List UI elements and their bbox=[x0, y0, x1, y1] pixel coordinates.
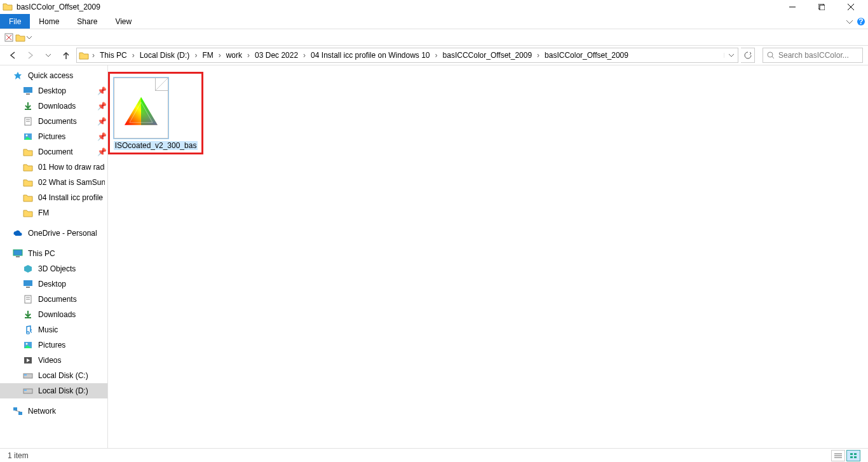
chevron-right-icon[interactable]: › bbox=[217, 51, 222, 60]
pc-icon bbox=[13, 248, 23, 259]
svg-point-9 bbox=[768, 52, 773, 57]
address-folder-icon bbox=[77, 50, 91, 60]
tab-file[interactable]: File bbox=[0, 14, 30, 29]
breadcrumb-item[interactable]: 04 Install icc profile on Windows 10 bbox=[307, 51, 433, 60]
breadcrumb-item[interactable]: Local Disk (D:) bbox=[136, 51, 194, 60]
svg-line-39 bbox=[15, 411, 20, 412]
chevron-right-icon[interactable]: › bbox=[536, 51, 541, 60]
folder-icon bbox=[23, 193, 33, 203]
sidebar-quick-item[interactable]: Desktop 📌 bbox=[0, 83, 107, 99]
pictures-icon bbox=[23, 340, 33, 350]
chevron-right-icon[interactable]: › bbox=[193, 51, 198, 60]
sidebar-pc-item[interactable]: Local Disk (C:) bbox=[0, 368, 107, 383]
navigation-bar: ›This PC›Local Disk (D:)›FM›work›03 Dec … bbox=[0, 46, 868, 65]
sidebar-pc-item[interactable]: Music bbox=[0, 322, 107, 337]
up-button[interactable] bbox=[58, 48, 74, 63]
tab-home[interactable]: Home bbox=[30, 14, 68, 29]
sidebar-quick-item[interactable]: Documents 📌 bbox=[0, 114, 107, 129]
svg-rect-24 bbox=[26, 287, 30, 288]
breadcrumb-item[interactable]: basICCColor_Offset_2009 bbox=[439, 51, 536, 60]
sidebar-quick-access[interactable]: Quick access bbox=[0, 68, 107, 83]
address-dropdown[interactable] bbox=[724, 53, 738, 58]
cloud-icon bbox=[13, 228, 23, 238]
folder-icon bbox=[23, 208, 33, 218]
file-label: ISOcoated_v2_300_bas bbox=[114, 141, 198, 150]
svg-rect-21 bbox=[16, 256, 20, 257]
breadcrumb-item[interactable]: basICColor_Offset_2009 bbox=[541, 51, 632, 60]
sidebar-pc-item[interactable]: Downloads bbox=[0, 307, 107, 322]
sidebar-pc-item[interactable]: Pictures bbox=[0, 337, 107, 353]
sidebar-quick-item[interactable]: 01 How to draw radius bbox=[0, 160, 107, 175]
recent-dropdown[interactable] bbox=[41, 48, 56, 63]
desktop-icon bbox=[23, 86, 33, 96]
sidebar-pc-item[interactable]: Videos bbox=[0, 353, 107, 368]
svg-text:?: ? bbox=[858, 17, 863, 26]
breadcrumb-item[interactable]: FM bbox=[198, 51, 217, 60]
downloads-icon bbox=[23, 309, 33, 320]
forward-button[interactable] bbox=[23, 48, 38, 63]
disk-icon bbox=[23, 386, 33, 396]
help-icon[interactable]: ? bbox=[857, 17, 865, 26]
qat-properties-icon[interactable] bbox=[4, 32, 14, 43]
pin-icon: 📌 bbox=[97, 147, 105, 156]
maximize-button[interactable] bbox=[807, 0, 836, 14]
svg-rect-46 bbox=[850, 453, 853, 455]
breadcrumb-item[interactable]: work bbox=[222, 51, 246, 60]
quick-access-toolbar bbox=[0, 29, 868, 46]
music-icon bbox=[23, 325, 33, 335]
folder-icon bbox=[23, 147, 33, 157]
minimize-button[interactable] bbox=[778, 0, 807, 14]
svg-rect-48 bbox=[850, 456, 853, 458]
sidebar-quick-item[interactable]: Pictures 📌 bbox=[0, 129, 107, 144]
file-item[interactable]: ISOcoated_v2_300_bas bbox=[121, 72, 191, 154]
close-button[interactable] bbox=[836, 0, 865, 14]
address-bar[interactable]: ›This PC›Local Disk (D:)›FM›work›03 Dec … bbox=[76, 48, 738, 63]
qat-dropdown-icon[interactable] bbox=[27, 35, 32, 40]
qat-newfolder-icon[interactable] bbox=[15, 32, 25, 43]
breadcrumb-item[interactable]: This PC bbox=[96, 51, 131, 60]
chevron-right-icon[interactable]: › bbox=[302, 51, 307, 60]
sidebar-pc-item[interactable]: Documents bbox=[0, 292, 107, 307]
back-button[interactable] bbox=[5, 48, 20, 63]
network-icon bbox=[13, 406, 23, 416]
search-input[interactable]: Search basICColor... bbox=[763, 48, 863, 63]
tab-share[interactable]: Share bbox=[68, 14, 106, 29]
icons-view-button[interactable] bbox=[846, 450, 860, 461]
sidebar-quick-item[interactable]: Downloads 📌 bbox=[0, 99, 107, 114]
folder-icon bbox=[23, 162, 33, 172]
documents-icon bbox=[23, 116, 33, 126]
svg-rect-47 bbox=[854, 453, 857, 455]
breadcrumb-item[interactable]: 03 Dec 2022 bbox=[251, 51, 302, 60]
ribbon-expand-icon[interactable] bbox=[846, 18, 853, 25]
downloads-icon bbox=[23, 101, 33, 111]
details-view-button[interactable] bbox=[831, 450, 845, 461]
svg-rect-23 bbox=[24, 280, 32, 286]
sidebar-onedrive[interactable]: OneDrive - Personal bbox=[0, 226, 107, 241]
svg-rect-36 bbox=[24, 390, 27, 391]
sidebar-quick-item[interactable]: FM bbox=[0, 205, 107, 221]
svg-rect-38 bbox=[18, 412, 22, 415]
chevron-right-icon[interactable]: › bbox=[434, 51, 439, 60]
navigation-pane[interactable]: Quick access Desktop 📌 Downloads 📌 Docum… bbox=[0, 65, 108, 448]
sidebar-quick-item[interactable]: 02 What is SamSung c bbox=[0, 175, 107, 190]
sidebar-pc-item[interactable]: Desktop bbox=[0, 276, 107, 292]
content-pane[interactable]: ISOcoated_v2_300_bas bbox=[108, 65, 868, 448]
sidebar-pc-item[interactable]: Local Disk (D:) bbox=[0, 383, 107, 398]
sidebar-pc-item[interactable]: 3D Objects bbox=[0, 261, 107, 276]
svg-rect-12 bbox=[24, 87, 32, 93]
pin-icon: 📌 bbox=[97, 132, 105, 141]
svg-rect-49 bbox=[854, 456, 857, 458]
chevron-right-icon[interactable]: › bbox=[246, 51, 251, 60]
chevron-right-icon[interactable]: › bbox=[131, 51, 136, 60]
sidebar-network[interactable]: Network bbox=[0, 404, 107, 419]
pin-icon: 📌 bbox=[97, 117, 105, 126]
refresh-button[interactable] bbox=[741, 48, 755, 63]
tab-view[interactable]: View bbox=[106, 14, 140, 29]
sidebar-quick-item[interactable]: 04 Install icc profile on bbox=[0, 190, 107, 205]
documents-icon bbox=[23, 294, 33, 304]
chevron-right-icon[interactable]: › bbox=[91, 51, 96, 60]
pictures-icon bbox=[23, 132, 33, 142]
sidebar-this-pc[interactable]: This PC bbox=[0, 246, 107, 261]
status-bar: 1 item bbox=[0, 448, 868, 462]
sidebar-quick-item[interactable]: Document 📌 bbox=[0, 144, 107, 160]
